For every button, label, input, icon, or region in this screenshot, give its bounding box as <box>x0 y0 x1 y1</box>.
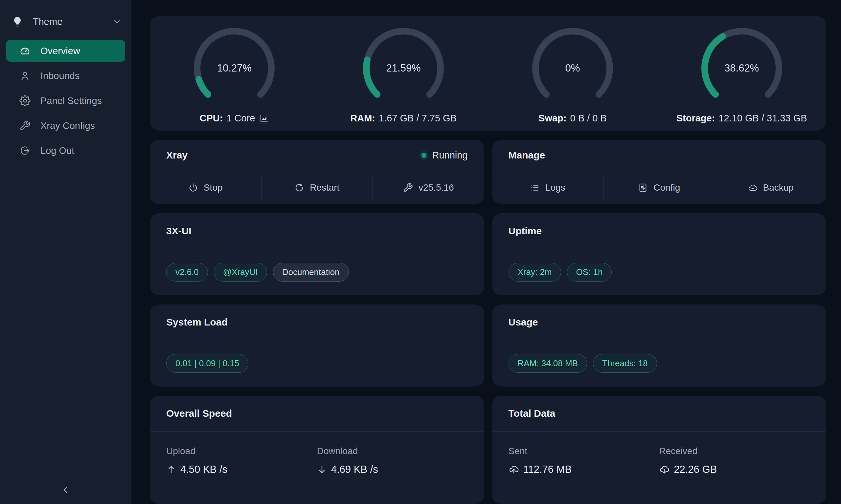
backup-button[interactable]: Backup <box>715 171 826 204</box>
sidebar-item-inbounds[interactable]: Inbounds <box>6 65 125 87</box>
download-metric: Download 4.69 KB /s <box>317 431 468 504</box>
xray-status: Running <box>422 150 467 161</box>
card-title: Manage <box>509 150 545 161</box>
xray-card: Xray Running Stop <box>150 140 484 204</box>
xray-actions: Stop Restart <box>150 171 484 204</box>
sent-value: 112.76 MB <box>509 464 659 475</box>
overall-speed-card-header: Overall Speed <box>150 396 484 431</box>
ram-gauge-value: 21.59% <box>361 25 446 111</box>
sidebar: Theme Overview <box>0 0 132 504</box>
arrow-up-icon <box>166 465 176 474</box>
wrench-icon <box>403 183 413 193</box>
uptime-badges: Xray: 2m OS: 1h <box>492 249 826 295</box>
system-load-card-header: System Load <box>150 305 484 340</box>
storage-gauge-label: Storage: 12.10 GB / 31.33 GB <box>676 113 807 124</box>
app-window: Theme Overview <box>0 0 841 504</box>
card-title: System Load <box>166 317 228 328</box>
manage-card: Manage Logs <box>492 140 826 204</box>
cpu-gauge-label: CPU: 1 Core <box>200 113 269 124</box>
stop-button[interactable]: Stop <box>150 171 261 204</box>
total-data-metrics: Sent 112.76 MB Received <box>492 431 826 504</box>
sidebar-item-log-out[interactable]: Log Out <box>6 140 125 161</box>
speedometer-icon <box>19 45 31 56</box>
total-data-card: Total Data Sent 112.76 MB <box>492 396 826 504</box>
swap-gauge-value: 0% <box>530 25 615 111</box>
sliders-icon <box>638 183 648 193</box>
xui-card-header: 3X-UI <box>150 213 484 249</box>
logout-icon <box>19 145 31 156</box>
sent-metric: Sent 112.76 MB <box>509 431 659 504</box>
storage-gauge: 38.62% Storage: 12.10 GB / 31.33 GB <box>657 25 826 124</box>
documentation-badge[interactable]: Documentation <box>273 263 349 282</box>
usage-badges: RAM: 34.08 MB Threads: 18 <box>492 340 826 386</box>
card-title: Xray <box>166 150 188 161</box>
status-label: Running <box>432 150 467 161</box>
threads-badge: Threads: 18 <box>593 354 657 373</box>
sidebar-item-overview[interactable]: Overview <box>6 40 125 62</box>
restart-button[interactable]: Restart <box>261 171 373 204</box>
version-badge[interactable]: v2.6.0 <box>166 263 208 282</box>
theme-selector[interactable]: Theme <box>12 11 122 32</box>
cloud-icon <box>748 183 758 193</box>
xray-card-header: Xray Running <box>150 140 484 171</box>
card-title: Overall Speed <box>166 408 232 419</box>
sidebar-nav: Overview Inbounds Panel <box>0 40 132 161</box>
user-icon <box>19 70 31 82</box>
sidebar-collapse-button[interactable] <box>0 481 132 499</box>
theme-label: Theme <box>33 16 63 27</box>
gear-icon <box>19 95 31 106</box>
received-label: Received <box>659 446 810 456</box>
logs-button[interactable]: Logs <box>492 171 603 204</box>
storage-gauge-value: 38.62% <box>699 25 785 111</box>
cloud-upload-icon <box>509 464 519 475</box>
system-stats-card: 10.27% CPU: 1 Core <box>150 16 826 131</box>
total-data-card-header: Total Data <box>492 396 826 431</box>
ram-usage-badge: RAM: 34.08 MB <box>509 354 587 373</box>
cpu-gauge-value: 10.27% <box>191 25 277 111</box>
card-title: Total Data <box>509 408 555 419</box>
xray-version-button[interactable]: v25.5.16 <box>373 171 484 204</box>
swap-gauge: 0% Swap: 0 B / 0 B <box>488 25 657 124</box>
sent-label: Sent <box>509 446 659 456</box>
download-label: Download <box>317 446 468 456</box>
overall-speed-card: Overall Speed Upload 4.50 KB /s <box>150 396 484 504</box>
power-icon <box>188 183 198 193</box>
manage-actions: Logs Config <box>492 171 826 204</box>
sidebar-item-panel-settings[interactable]: Panel Settings <box>6 90 125 111</box>
received-metric: Received 22.26 GB <box>659 431 810 504</box>
upload-label: Upload <box>166 446 317 456</box>
xui-card: 3X-UI v2.6.0 @XrayUI Documentation <box>150 213 484 295</box>
usage-card: Usage RAM: 34.08 MB Threads: 18 <box>492 305 826 386</box>
upload-metric: Upload 4.50 KB /s <box>166 431 317 504</box>
ram-gauge: 21.59% RAM: 1.67 GB / 7.75 GB <box>319 25 488 124</box>
received-value: 22.26 GB <box>659 464 810 475</box>
upload-value: 4.50 KB /s <box>166 464 317 475</box>
xrayui-badge[interactable]: @XrayUI <box>214 263 267 282</box>
card-title: Usage <box>509 317 538 328</box>
load-average-badge: 0.01 | 0.09 | 0.15 <box>166 354 248 373</box>
sidebar-item-label: Overview <box>40 46 80 56</box>
config-button[interactable]: Config <box>603 171 715 204</box>
usage-card-header: Usage <box>492 305 826 340</box>
manage-card-header: Manage <box>492 140 826 171</box>
sidebar-item-label: Log Out <box>40 145 74 156</box>
chevron-down-icon <box>113 17 122 26</box>
os-uptime-badge: OS: 1h <box>567 263 612 282</box>
list-icon <box>530 183 540 193</box>
system-load-badges: 0.01 | 0.09 | 0.15 <box>150 340 484 386</box>
xui-badges: v2.6.0 @XrayUI Documentation <box>150 249 484 295</box>
uptime-card: Uptime Xray: 2m OS: 1h <box>492 213 826 295</box>
card-title: Uptime <box>509 226 542 237</box>
status-dot <box>422 153 426 158</box>
cloud-download-icon <box>659 464 670 475</box>
cpu-gauge: 10.27% CPU: 1 Core <box>150 25 319 124</box>
speed-metrics: Upload 4.50 KB /s Download <box>150 431 484 504</box>
wrench-icon <box>19 120 31 131</box>
area-chart-icon[interactable] <box>259 113 269 123</box>
sidebar-item-xray-configs[interactable]: Xray Configs <box>6 115 125 137</box>
lightbulb-icon <box>12 16 23 27</box>
download-value: 4.69 KB /s <box>317 464 468 475</box>
chevron-left-icon <box>60 484 71 496</box>
uptime-card-header: Uptime <box>492 213 826 249</box>
card-title: 3X-UI <box>166 226 191 237</box>
